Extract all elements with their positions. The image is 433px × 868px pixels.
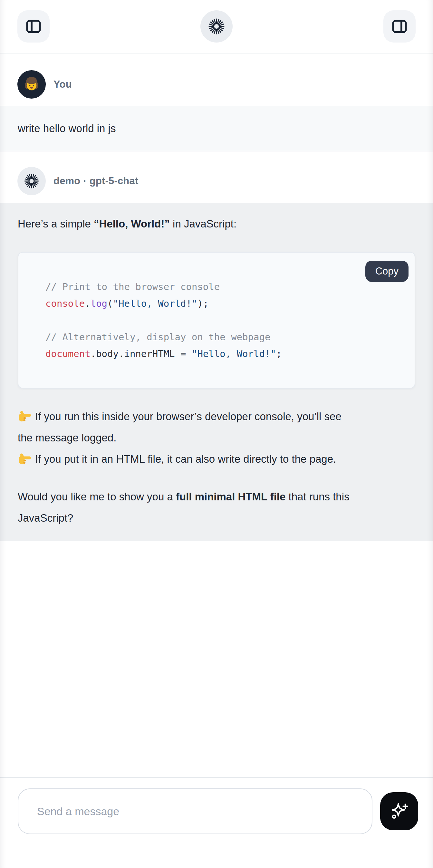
message-input[interactable]: [18, 788, 372, 834]
tip-text: If you put it in an HTML file, it can al…: [35, 453, 336, 465]
sidebar-left-icon: [25, 18, 42, 35]
user-message-text: write hello world in js: [18, 122, 116, 135]
code-content: // Print to the browser console console.…: [45, 278, 402, 362]
sidebar-toggle-button[interactable]: [18, 10, 50, 42]
point-right-emoji-icon: [18, 409, 31, 423]
assistant-sender-label: demo · gpt-5-chat: [54, 175, 138, 187]
tip-line: If you run this inside your browser’s de…: [18, 406, 349, 448]
tip-text: If you run this inside your browser’s de…: [18, 410, 341, 444]
topbar: [0, 0, 433, 54]
person-emoji-icon: [23, 75, 40, 93]
right-panel-toggle-button[interactable]: [383, 10, 415, 42]
assistant-message-bubble: Here’s a simple “Hello, World!” in JavaS…: [0, 203, 433, 541]
user-message: You write hello world in js: [0, 54, 433, 151]
chat-empty-space: [0, 541, 433, 777]
code-block: Copy // Print to the browser console con…: [18, 252, 415, 389]
assistant-message-header: demo · gpt-5-chat: [0, 151, 433, 203]
user-sender-label: You: [54, 79, 72, 90]
sparkle-icon: [389, 801, 409, 822]
starburst-avatar-icon: [24, 174, 39, 188]
sidebar-right-icon: [391, 18, 408, 35]
composer: [0, 777, 433, 847]
send-button[interactable]: [380, 792, 418, 830]
user-message-header: You: [0, 54, 433, 106]
assistant-message: demo · gpt-5-chat Here’s a simple “Hello…: [0, 151, 433, 541]
tip-line: If you put it in an HTML file, it can al…: [18, 448, 349, 470]
app-logo-button[interactable]: [200, 10, 233, 42]
assistant-avatar: [18, 167, 46, 195]
user-avatar: [18, 70, 46, 99]
assistant-tips: If you run this inside your browser’s de…: [18, 406, 349, 470]
user-message-bubble: write hello world in js: [0, 106, 433, 151]
chat-app: You write hello world in js demo · gpt-5…: [0, 0, 433, 868]
assistant-intro-text: Here’s a simple “Hello, World!” in JavaS…: [18, 213, 349, 235]
copy-button[interactable]: Copy: [365, 261, 408, 282]
starburst-icon: [209, 19, 224, 34]
assistant-question-text: Would you like me to show you a full min…: [18, 486, 349, 529]
point-right-emoji-icon: [18, 452, 31, 465]
